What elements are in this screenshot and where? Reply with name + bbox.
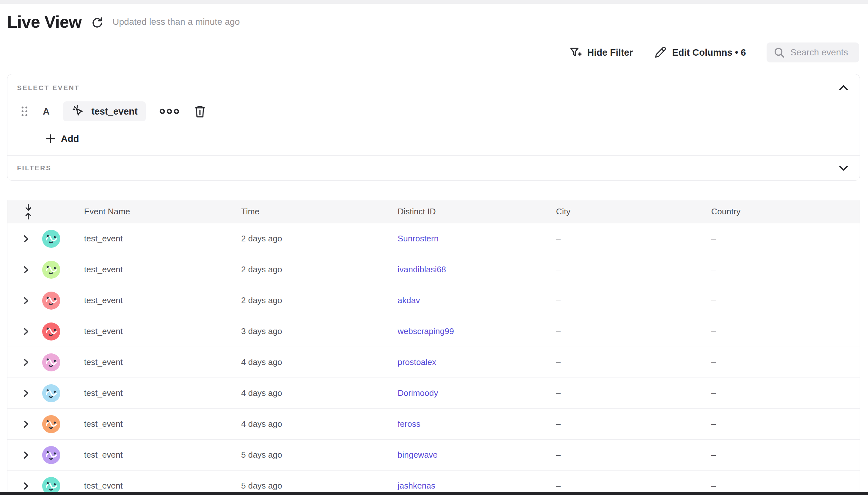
- query-builder-card: SELECT EVENT A: [7, 74, 860, 181]
- cell-event-name: test_event: [84, 450, 241, 460]
- hide-filter-button[interactable]: Hide Filter: [568, 46, 633, 59]
- avatar-face-icon: [42, 292, 60, 310]
- cell-event-name: test_event: [84, 264, 241, 275]
- avatar-face-icon: [42, 261, 60, 279]
- expand-row-button[interactable]: [22, 233, 30, 244]
- cell-country: –: [711, 357, 860, 367]
- distinct-id-link[interactable]: jashkenas: [397, 481, 435, 491]
- distinct-id-link[interactable]: Sunrostern: [397, 234, 439, 243]
- chevron-right-icon: [22, 326, 30, 337]
- events-table: Event Name Time Distinct ID City Country: [7, 200, 860, 495]
- filter-plus-icon: [568, 46, 582, 59]
- table-row: test_event 5 days ago jashkenas – –: [7, 471, 860, 495]
- cell-time: 4 days ago: [241, 357, 397, 367]
- user-avatar: [42, 323, 60, 341]
- distinct-id-link[interactable]: akdav: [397, 295, 420, 305]
- distinct-id-link[interactable]: bingewave: [397, 450, 438, 460]
- chevron-right-icon: [22, 295, 30, 306]
- cell-time: 2 days ago: [241, 264, 397, 275]
- delete-event-button[interactable]: [193, 104, 206, 118]
- cell-event-name: test_event: [84, 295, 241, 305]
- cell-time: 2 days ago: [241, 234, 397, 244]
- table-row: test_event 4 days ago prostoalex – –: [7, 347, 860, 378]
- cell-time: 5 days ago: [241, 481, 397, 491]
- page-title: Live View: [7, 12, 82, 32]
- chevron-right-icon: [22, 233, 30, 244]
- table-row: test_event 2 days ago ivandiblasi68 – –: [7, 254, 860, 285]
- distinct-id-link[interactable]: prostoalex: [397, 357, 436, 367]
- table-row: test_event 4 days ago Dorimoody – –: [7, 378, 860, 409]
- chevron-right-icon: [22, 357, 30, 368]
- event-select-button[interactable]: test_event: [63, 101, 146, 121]
- cell-country: –: [711, 264, 860, 275]
- cell-time: 2 days ago: [241, 295, 397, 305]
- user-avatar: [42, 292, 60, 310]
- distinct-id-link[interactable]: webscraping99: [397, 326, 454, 336]
- chevron-right-icon: [22, 264, 30, 275]
- cell-country: –: [711, 326, 860, 336]
- collapse-all-rows-button[interactable]: [23, 203, 33, 220]
- distinct-id-link[interactable]: Dorimoody: [397, 388, 438, 398]
- expand-row-button[interactable]: [22, 419, 30, 430]
- page-header: Live View Updated less than a minute ago…: [0, 12, 868, 63]
- user-avatar: [42, 446, 60, 464]
- expand-row-button[interactable]: [22, 388, 30, 399]
- drag-handle[interactable]: [21, 106, 27, 116]
- plus-icon: [46, 134, 56, 144]
- filters-label: FILTERS: [17, 164, 52, 172]
- cell-time: 5 days ago: [241, 450, 397, 460]
- updated-status: Updated less than a minute ago: [113, 17, 240, 27]
- table-header: Event Name Time Distinct ID City Country: [7, 200, 860, 223]
- expand-filters-button[interactable]: [837, 163, 850, 173]
- user-avatar: [42, 353, 60, 371]
- add-event-button[interactable]: Add: [46, 131, 79, 147]
- add-label: Add: [61, 134, 79, 144]
- cell-city: –: [556, 450, 711, 460]
- avatar-face-icon: [42, 230, 60, 248]
- more-options-button[interactable]: [159, 108, 180, 115]
- column-header-city: City: [556, 207, 711, 217]
- edit-columns-button[interactable]: Edit Columns • 6: [653, 46, 746, 59]
- expand-row-button[interactable]: [22, 449, 30, 461]
- chevron-right-icon: [22, 449, 30, 461]
- expand-row-button[interactable]: [22, 295, 30, 306]
- table-row: test_event 2 days ago Sunrostern – –: [7, 223, 860, 254]
- cell-country: –: [711, 450, 860, 460]
- search-input[interactable]: [790, 47, 855, 57]
- cell-country: –: [711, 295, 860, 305]
- expand-row-button[interactable]: [22, 264, 30, 275]
- search-icon: [773, 46, 785, 58]
- trash-icon: [193, 104, 206, 118]
- cell-city: –: [556, 326, 711, 336]
- expand-row-button[interactable]: [22, 326, 30, 337]
- distinct-id-link[interactable]: feross: [397, 419, 421, 429]
- cell-city: –: [556, 264, 711, 275]
- cell-event-name: test_event: [84, 326, 241, 336]
- avatar-face-icon: [42, 446, 60, 464]
- cell-country: –: [711, 234, 860, 244]
- refresh-button[interactable]: [90, 15, 104, 29]
- cell-city: –: [556, 419, 711, 429]
- select-event-label: SELECT EVENT: [17, 84, 80, 92]
- user-avatar: [42, 384, 60, 402]
- chevron-right-icon: [22, 388, 30, 399]
- table-row: test_event 4 days ago feross – –: [7, 409, 860, 440]
- search-box[interactable]: [767, 42, 859, 63]
- refresh-icon: [91, 15, 104, 28]
- event-query-row: A test_event: [17, 101, 850, 121]
- hide-filter-label: Hide Filter: [587, 47, 633, 58]
- column-header-time: Time: [241, 207, 397, 217]
- collapse-section-button[interactable]: [837, 83, 850, 93]
- expand-row-button[interactable]: [22, 357, 30, 368]
- pencil-icon: [653, 46, 667, 59]
- cell-event-name: test_event: [84, 481, 241, 491]
- distinct-id-link[interactable]: ivandiblasi68: [397, 264, 446, 274]
- cell-event-name: test_event: [84, 357, 241, 367]
- cell-time: 4 days ago: [241, 388, 397, 398]
- filters-section: FILTERS: [7, 156, 860, 180]
- table-row: test_event 2 days ago akdav – –: [7, 285, 860, 316]
- expand-row-button[interactable]: [22, 480, 30, 492]
- user-avatar: [42, 230, 60, 248]
- cell-country: –: [711, 419, 860, 429]
- cell-city: –: [556, 295, 711, 305]
